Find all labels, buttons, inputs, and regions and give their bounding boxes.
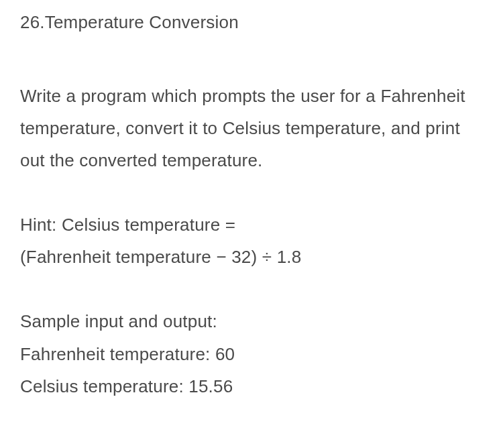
sample-input: Fahrenheit temperature: 60 — [20, 338, 483, 370]
hint-block: Hint: Celsius temperature = (Fahrenheit … — [20, 209, 483, 273]
problem-description: Write a program which prompts the user f… — [20, 80, 483, 176]
sample-block: Sample input and output: Fahrenheit temp… — [20, 305, 483, 402]
hint-line-1: Hint: Celsius temperature = — [20, 209, 483, 241]
problem-title: 26.Temperature Conversion — [20, 12, 483, 33]
hint-line-2: (Fahrenheit temperature − 32) ÷ 1.8 — [20, 241, 483, 273]
sample-output: Celsius temperature: 15.56 — [20, 370, 483, 402]
sample-heading: Sample input and output: — [20, 305, 483, 337]
